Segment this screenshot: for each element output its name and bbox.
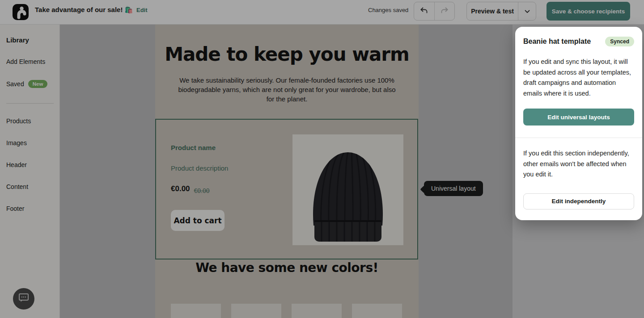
panel-title: Beanie hat template (523, 38, 591, 46)
edit-universal-layouts-button[interactable]: Edit universal layouts (523, 109, 634, 126)
panel-divider (515, 138, 642, 138)
panel-header: Beanie hat template Synced (523, 37, 634, 46)
synced-badge: Synced (605, 37, 634, 46)
sync-description-text: If you edit and sync this layout, it wil… (523, 57, 634, 99)
universal-layout-panel: Beanie hat template Synced If you edit a… (515, 27, 642, 220)
edit-independently-button[interactable]: Edit independently (523, 193, 634, 209)
independent-description-text: If you edit this section independently, … (523, 148, 634, 180)
